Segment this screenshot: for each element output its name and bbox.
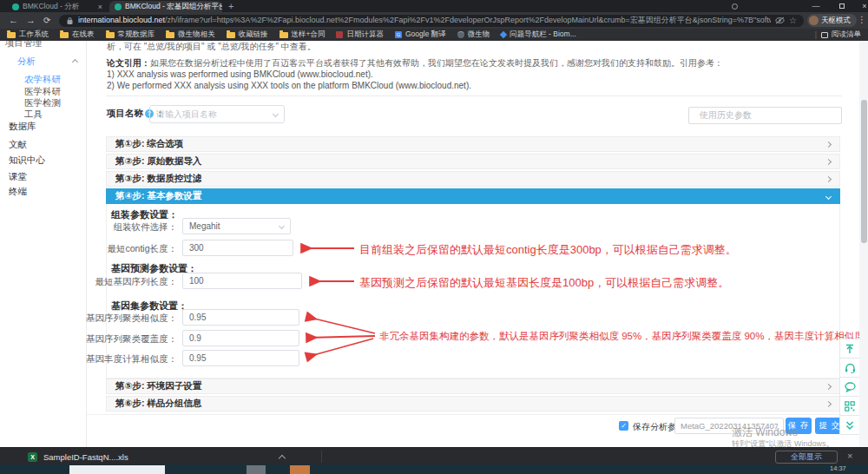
sidebar-item-agri-research[interactable]: 农学科研 — [24, 74, 61, 86]
taskbar-app-white[interactable] — [69, 465, 165, 474]
menu-kebab-icon[interactable]: ⋮ — [858, 15, 866, 24]
page-scrollbar[interactable] — [859, 41, 868, 447]
download-filename[interactable]: SampleID-FastqN....xls — [43, 452, 128, 462]
divider — [87, 414, 859, 415]
close-download-bar-icon[interactable]: × — [847, 451, 852, 461]
step-5-env-factors[interactable]: 第⑤步: 环境因子设置 — [106, 379, 840, 394]
assembly-software-select[interactable]: Megahit — [182, 218, 291, 234]
sidebar-item-terminal[interactable]: 终端 — [9, 186, 27, 198]
separator — [321, 451, 322, 463]
min-gene-length-label: 最短基因序列长度： — [68, 276, 177, 288]
folder-icon — [227, 32, 235, 38]
bookmarks-bar: 工作系统 在线表 常规数据库 微生物相关 收藏链接 送样+合同 日期计算器 GG… — [0, 29, 868, 41]
sidebar-item-med-research[interactable]: 医学科研 — [24, 86, 61, 98]
download-bar: X SampleID-FastqN....xls 全部显示 × — [0, 447, 868, 464]
sidebar-item-tools[interactable]: 工具 — [24, 109, 43, 121]
scrollbar-thumb[interactable] — [861, 100, 867, 243]
step-label: 第①步: 综合选项 — [115, 138, 183, 150]
qr-code-button[interactable] — [839, 396, 860, 416]
collapse-widget-button[interactable] — [839, 415, 860, 435]
sidebar-item-database[interactable]: 数据库 — [9, 121, 36, 133]
window-maximize-button[interactable] — [832, 0, 852, 12]
bookmark-item[interactable]: 收藏链接 — [227, 30, 268, 40]
step-4-basic-params[interactable]: 第④步: 基本参数设置 — [106, 188, 840, 204]
reload-icon[interactable]: ⟳ — [43, 16, 50, 25]
annotation-geneset: 非冗余基因集构建的参数，默认是基因序列聚类相似度 95%，基因序列聚类覆盖度 9… — [379, 330, 868, 343]
reading-list-icon — [821, 32, 828, 38]
bookmark-label: 问题导航栏 - Biom... — [510, 30, 576, 40]
bookmark-star-icon[interactable]: ☆ — [789, 16, 797, 25]
bookmark-label: 送样+合同 — [292, 30, 326, 40]
save-params-checkbox[interactable]: ✓ — [619, 421, 628, 431]
double-chevron-down-icon — [845, 420, 855, 431]
abundance-similarity-label: 基因丰度计算相似度： — [68, 353, 177, 365]
assembly-software-value: Megahit — [189, 221, 279, 231]
citation-label: 论文引用： — [107, 58, 150, 68]
taskbar-app-gray[interactable] — [247, 465, 266, 474]
excel-file-icon: X — [28, 452, 37, 462]
tab-close-icon[interactable]: × — [98, 3, 102, 11]
profile-button[interactable]: 天枢模式 — [807, 14, 857, 27]
bookmark-label: 微生物 — [468, 30, 490, 40]
window-close-button[interactable]: × — [854, 0, 868, 12]
project-name-select[interactable]: 请输入项目名称 — [149, 105, 285, 123]
bookmark-item[interactable]: 送样+合同 — [279, 30, 326, 40]
tab-search-icon[interactable] — [732, 3, 738, 10]
new-tab-button[interactable]: + — [228, 1, 233, 11]
customer-service-button[interactable] — [839, 358, 860, 378]
bookmark-item[interactable]: 在线表 — [60, 30, 95, 40]
browser-tab-active[interactable]: BMKCloud - 宏基因组分析平台 × — [109, 1, 222, 12]
project-name-placeholder: 请输入项目名称 — [156, 109, 273, 121]
reading-list-label: 阅读清单 — [832, 30, 861, 40]
sidebar-item-classroom[interactable]: 课堂 — [9, 171, 27, 183]
back-to-top-button[interactable] — [839, 339, 860, 359]
abundance-similarity-input[interactable] — [182, 350, 299, 366]
show-all-downloads-button[interactable]: 全部显示 — [775, 451, 838, 464]
sidebar-item-project-mgmt[interactable]: 项目管理 — [5, 41, 42, 49]
window-minimize-button[interactable]: — — [806, 0, 826, 12]
feedback-button[interactable] — [839, 377, 860, 397]
folder-icon — [279, 32, 288, 38]
calculator-icon — [336, 31, 343, 38]
bookmark-item[interactable]: 微生物相关 — [166, 30, 215, 40]
step-6-sample-groups[interactable]: 第⑥步: 样品分组信息 — [106, 396, 840, 411]
citation-line-2: 2) We performed XXX analysis using XXX t… — [107, 81, 471, 90]
step-1-general-options[interactable]: 第①步: 综合选项 — [106, 136, 840, 152]
back-icon[interactable]: ← — [9, 15, 18, 25]
reading-list-button[interactable]: 阅读清单 — [821, 30, 861, 40]
page-content: 项目管理 分析 农学科研 医学科研 医学检测 工具 数据库 文献 知识中心 课堂… — [0, 41, 868, 447]
min-contig-input[interactable] — [182, 240, 293, 256]
tab-title: BMKCloud - 宏基因组分析平台 — [125, 2, 222, 12]
bookmark-item[interactable]: 问题导航栏 - Biom... — [501, 30, 576, 40]
forward-icon[interactable]: → — [26, 15, 36, 25]
taskbar-app-orange[interactable] — [290, 465, 310, 474]
min-contig-label: 最短contig长度： — [68, 243, 177, 255]
bookmark-item[interactable]: 日期计算器 — [336, 30, 384, 40]
step-3-qc-filter[interactable]: 第③步: 数据质控过滤 — [106, 171, 840, 187]
sidebar-item-analysis[interactable]: 分析 — [17, 56, 36, 68]
min-gene-length-input[interactable] — [182, 273, 302, 289]
qr-code-icon — [845, 401, 855, 411]
floating-widget — [839, 339, 860, 435]
chevron-up-icon — [72, 59, 78, 65]
address-bar[interactable]: international.biocloud.net/zh/iframe?url… — [59, 15, 804, 27]
cluster-similarity-input[interactable] — [182, 309, 299, 326]
headset-icon — [845, 363, 856, 373]
bookmark-item[interactable]: 常规数据库 — [106, 30, 155, 40]
bookmark-item[interactable]: 工作系统 — [7, 30, 49, 40]
step-2-raw-data-import[interactable]: 第②步: 原始数据导入 — [106, 154, 840, 169]
browser-tab[interactable]: BMKCloud - 分析 × — [7, 1, 108, 12]
annotation-contig: 目前组装之后保留的默认最短contig长度是300bp，可以根据自己需求调整。 — [359, 242, 737, 258]
sidebar-item-literature[interactable]: 文献 — [9, 139, 27, 151]
sidebar-item-med-test[interactable]: 医学检测 — [24, 97, 61, 109]
sidebar-item-knowledge[interactable]: 知识中心 — [9, 155, 45, 167]
chevron-up-icon[interactable] — [279, 455, 286, 462]
chevron-down-icon — [279, 223, 285, 229]
chevron-right-icon — [825, 383, 832, 389]
bookmark-item[interactable]: 微生物 — [457, 30, 490, 40]
use-history-params-button[interactable]: 使用历史参数 — [688, 107, 842, 124]
bookmark-item[interactable]: GGoogle 翻译 — [395, 30, 446, 40]
bookmark-label: 在线表 — [72, 30, 95, 40]
cluster-coverage-input[interactable] — [182, 330, 299, 346]
eye-off-icon[interactable] — [775, 16, 785, 24]
